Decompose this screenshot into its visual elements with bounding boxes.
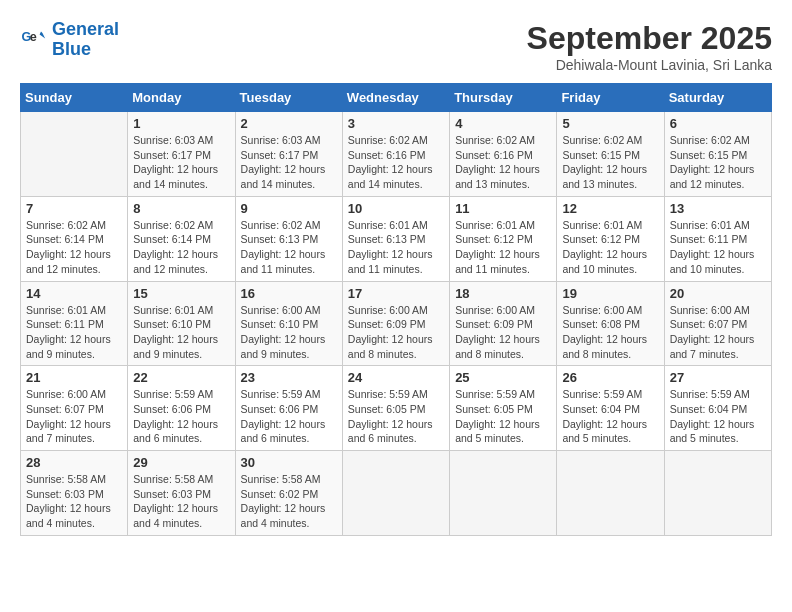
weekday-header: Saturday <box>664 84 771 112</box>
day-number: 15 <box>133 286 229 301</box>
calendar-cell: 6Sunrise: 6:02 AM Sunset: 6:15 PM Daylig… <box>664 112 771 197</box>
day-info: Sunrise: 6:00 AM Sunset: 6:09 PM Dayligh… <box>348 303 444 362</box>
calendar-cell: 12Sunrise: 6:01 AM Sunset: 6:12 PM Dayli… <box>557 196 664 281</box>
calendar-cell: 25Sunrise: 5:59 AM Sunset: 6:05 PM Dayli… <box>450 366 557 451</box>
calendar-cell: 30Sunrise: 5:58 AM Sunset: 6:02 PM Dayli… <box>235 451 342 536</box>
calendar-cell: 10Sunrise: 6:01 AM Sunset: 6:13 PM Dayli… <box>342 196 449 281</box>
calendar-cell: 17Sunrise: 6:00 AM Sunset: 6:09 PM Dayli… <box>342 281 449 366</box>
calendar-week-row: 7Sunrise: 6:02 AM Sunset: 6:14 PM Daylig… <box>21 196 772 281</box>
calendar-cell: 22Sunrise: 5:59 AM Sunset: 6:06 PM Dayli… <box>128 366 235 451</box>
day-number: 25 <box>455 370 551 385</box>
calendar-table: SundayMondayTuesdayWednesdayThursdayFrid… <box>20 83 772 536</box>
calendar-cell: 15Sunrise: 6:01 AM Sunset: 6:10 PM Dayli… <box>128 281 235 366</box>
weekday-header-row: SundayMondayTuesdayWednesdayThursdayFrid… <box>21 84 772 112</box>
calendar-cell: 14Sunrise: 6:01 AM Sunset: 6:11 PM Dayli… <box>21 281 128 366</box>
weekday-header: Tuesday <box>235 84 342 112</box>
calendar-cell: 11Sunrise: 6:01 AM Sunset: 6:12 PM Dayli… <box>450 196 557 281</box>
day-info: Sunrise: 6:00 AM Sunset: 6:07 PM Dayligh… <box>26 387 122 446</box>
day-number: 12 <box>562 201 658 216</box>
weekday-header: Thursday <box>450 84 557 112</box>
day-number: 19 <box>562 286 658 301</box>
weekday-header: Monday <box>128 84 235 112</box>
day-number: 2 <box>241 116 337 131</box>
day-number: 28 <box>26 455 122 470</box>
day-info: Sunrise: 5:59 AM Sunset: 6:04 PM Dayligh… <box>670 387 766 446</box>
day-info: Sunrise: 5:59 AM Sunset: 6:04 PM Dayligh… <box>562 387 658 446</box>
day-number: 26 <box>562 370 658 385</box>
calendar-cell: 13Sunrise: 6:01 AM Sunset: 6:11 PM Dayli… <box>664 196 771 281</box>
calendar-cell: 23Sunrise: 5:59 AM Sunset: 6:06 PM Dayli… <box>235 366 342 451</box>
calendar-cell: 4Sunrise: 6:02 AM Sunset: 6:16 PM Daylig… <box>450 112 557 197</box>
calendar-cell: 27Sunrise: 5:59 AM Sunset: 6:04 PM Dayli… <box>664 366 771 451</box>
day-number: 23 <box>241 370 337 385</box>
day-number: 27 <box>670 370 766 385</box>
calendar-cell: 28Sunrise: 5:58 AM Sunset: 6:03 PM Dayli… <box>21 451 128 536</box>
day-info: Sunrise: 5:58 AM Sunset: 6:02 PM Dayligh… <box>241 472 337 531</box>
day-info: Sunrise: 6:02 AM Sunset: 6:15 PM Dayligh… <box>670 133 766 192</box>
logo-text: General Blue <box>52 20 119 60</box>
day-number: 16 <box>241 286 337 301</box>
day-info: Sunrise: 5:59 AM Sunset: 6:06 PM Dayligh… <box>241 387 337 446</box>
calendar-week-row: 21Sunrise: 6:00 AM Sunset: 6:07 PM Dayli… <box>21 366 772 451</box>
calendar-cell <box>557 451 664 536</box>
day-number: 8 <box>133 201 229 216</box>
svg-marker-2 <box>40 31 47 38</box>
calendar-cell: 21Sunrise: 6:00 AM Sunset: 6:07 PM Dayli… <box>21 366 128 451</box>
calendar-cell: 16Sunrise: 6:00 AM Sunset: 6:10 PM Dayli… <box>235 281 342 366</box>
calendar-cell: 8Sunrise: 6:02 AM Sunset: 6:14 PM Daylig… <box>128 196 235 281</box>
logo-icon: G e <box>20 26 48 54</box>
day-info: Sunrise: 5:59 AM Sunset: 6:05 PM Dayligh… <box>455 387 551 446</box>
day-info: Sunrise: 6:01 AM Sunset: 6:13 PM Dayligh… <box>348 218 444 277</box>
calendar-cell: 1Sunrise: 6:03 AM Sunset: 6:17 PM Daylig… <box>128 112 235 197</box>
day-number: 13 <box>670 201 766 216</box>
calendar-cell: 24Sunrise: 5:59 AM Sunset: 6:05 PM Dayli… <box>342 366 449 451</box>
weekday-header: Sunday <box>21 84 128 112</box>
calendar-cell: 7Sunrise: 6:02 AM Sunset: 6:14 PM Daylig… <box>21 196 128 281</box>
logo: G e General Blue <box>20 20 119 60</box>
day-number: 7 <box>26 201 122 216</box>
calendar-cell <box>664 451 771 536</box>
calendar-cell: 3Sunrise: 6:02 AM Sunset: 6:16 PM Daylig… <box>342 112 449 197</box>
day-info: Sunrise: 6:02 AM Sunset: 6:16 PM Dayligh… <box>348 133 444 192</box>
calendar-cell <box>342 451 449 536</box>
calendar-cell: 29Sunrise: 5:58 AM Sunset: 6:03 PM Dayli… <box>128 451 235 536</box>
logo-general: General <box>52 19 119 39</box>
calendar-cell: 20Sunrise: 6:00 AM Sunset: 6:07 PM Dayli… <box>664 281 771 366</box>
day-info: Sunrise: 6:03 AM Sunset: 6:17 PM Dayligh… <box>133 133 229 192</box>
day-info: Sunrise: 6:01 AM Sunset: 6:11 PM Dayligh… <box>26 303 122 362</box>
day-number: 11 <box>455 201 551 216</box>
weekday-header: Friday <box>557 84 664 112</box>
day-info: Sunrise: 6:01 AM Sunset: 6:12 PM Dayligh… <box>562 218 658 277</box>
day-info: Sunrise: 6:00 AM Sunset: 6:10 PM Dayligh… <box>241 303 337 362</box>
day-number: 5 <box>562 116 658 131</box>
day-number: 18 <box>455 286 551 301</box>
calendar-cell: 5Sunrise: 6:02 AM Sunset: 6:15 PM Daylig… <box>557 112 664 197</box>
calendar-week-row: 1Sunrise: 6:03 AM Sunset: 6:17 PM Daylig… <box>21 112 772 197</box>
day-info: Sunrise: 6:00 AM Sunset: 6:09 PM Dayligh… <box>455 303 551 362</box>
day-info: Sunrise: 5:58 AM Sunset: 6:03 PM Dayligh… <box>26 472 122 531</box>
day-number: 21 <box>26 370 122 385</box>
svg-text:e: e <box>30 30 37 44</box>
day-info: Sunrise: 6:02 AM Sunset: 6:15 PM Dayligh… <box>562 133 658 192</box>
day-info: Sunrise: 6:00 AM Sunset: 6:07 PM Dayligh… <box>670 303 766 362</box>
calendar-cell: 9Sunrise: 6:02 AM Sunset: 6:13 PM Daylig… <box>235 196 342 281</box>
page-header: G e General Blue September 2025 Dehiwala… <box>20 20 772 73</box>
calendar-cell: 19Sunrise: 6:00 AM Sunset: 6:08 PM Dayli… <box>557 281 664 366</box>
day-number: 24 <box>348 370 444 385</box>
day-number: 17 <box>348 286 444 301</box>
title-block: September 2025 Dehiwala-Mount Lavinia, S… <box>527 20 772 73</box>
location-subtitle: Dehiwala-Mount Lavinia, Sri Lanka <box>527 57 772 73</box>
day-info: Sunrise: 6:02 AM Sunset: 6:14 PM Dayligh… <box>133 218 229 277</box>
weekday-header: Wednesday <box>342 84 449 112</box>
day-number: 30 <box>241 455 337 470</box>
day-info: Sunrise: 5:59 AM Sunset: 6:06 PM Dayligh… <box>133 387 229 446</box>
day-info: Sunrise: 5:59 AM Sunset: 6:05 PM Dayligh… <box>348 387 444 446</box>
day-number: 6 <box>670 116 766 131</box>
day-number: 14 <box>26 286 122 301</box>
calendar-week-row: 14Sunrise: 6:01 AM Sunset: 6:11 PM Dayli… <box>21 281 772 366</box>
calendar-week-row: 28Sunrise: 5:58 AM Sunset: 6:03 PM Dayli… <box>21 451 772 536</box>
day-number: 1 <box>133 116 229 131</box>
day-info: Sunrise: 6:03 AM Sunset: 6:17 PM Dayligh… <box>241 133 337 192</box>
calendar-cell: 18Sunrise: 6:00 AM Sunset: 6:09 PM Dayli… <box>450 281 557 366</box>
day-number: 10 <box>348 201 444 216</box>
